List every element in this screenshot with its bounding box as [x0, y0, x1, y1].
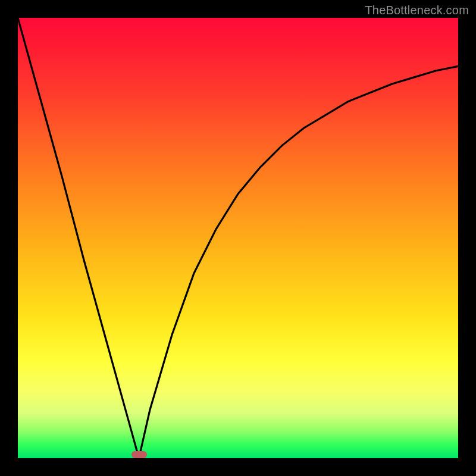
vertex-marker: [131, 451, 147, 458]
bottleneck-curve: [18, 18, 458, 458]
plot-area: [18, 18, 458, 458]
chart-container: TheBottleneck.com: [0, 0, 476, 476]
curve-path: [18, 18, 458, 458]
watermark-text: TheBottleneck.com: [365, 4, 469, 17]
